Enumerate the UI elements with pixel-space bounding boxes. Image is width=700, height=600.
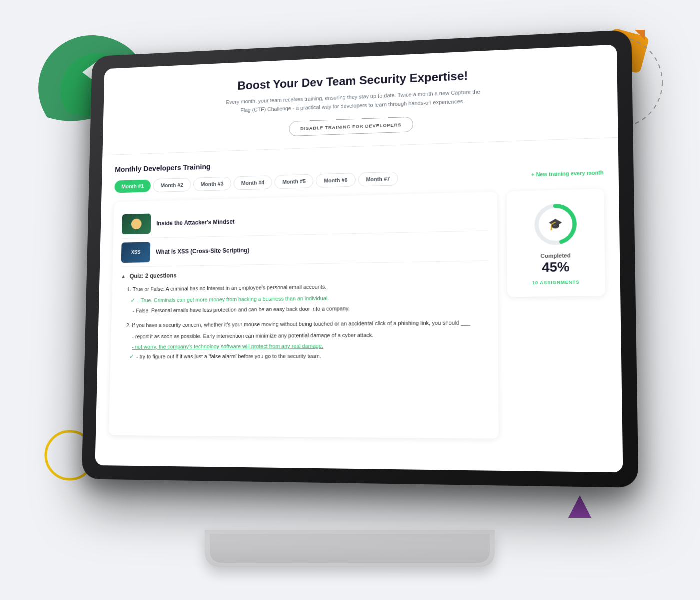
- content-area: Inside the Attacker's Mindset XSS What i…: [109, 189, 608, 440]
- completion-percent: 45%: [541, 260, 571, 275]
- tablet-stand: [205, 530, 495, 568]
- tab-month-2[interactable]: Month #2: [153, 178, 191, 192]
- screen-content[interactable]: Boost Your Dev Team Security Expertise! …: [95, 44, 623, 472]
- completion-chart: 🎓: [532, 201, 580, 248]
- lesson-1-thumbnail: [122, 214, 151, 235]
- answer-1b-text: - False. Personal emails have less prote…: [133, 304, 350, 315]
- answer-2a-text: - report it as soon as possible. Early i…: [132, 332, 374, 341]
- question-2: 2. If you have a security concern, wheth…: [126, 318, 489, 361]
- answer-2b-text: - not worry, the company's technology so…: [132, 342, 324, 351]
- completed-label: Completed: [541, 252, 571, 259]
- answer-1a-text: - True. Criminals can get more money fro…: [138, 294, 329, 305]
- assignments-count: 10 ASSIGNMENTS: [532, 280, 580, 286]
- question-2-text: 2. If you have a security concern, wheth…: [126, 318, 489, 330]
- tablet-body: Boost Your Dev Team Security Expertise! …: [82, 30, 639, 488]
- side-panel: 🎓 Completed 45% 10 ASSIGNMENTS: [507, 189, 608, 440]
- graduation-cap-icon: 🎓: [548, 218, 563, 232]
- tablet-screen: Boost Your Dev Team Security Expertise! …: [95, 44, 623, 472]
- tab-month-1[interactable]: Month #1: [114, 180, 151, 194]
- tablet-device: Boost Your Dev Team Security Expertise! …: [75, 40, 625, 540]
- new-training-label: + New training every month: [532, 170, 604, 178]
- completion-info: Completed 45%: [541, 252, 572, 275]
- disable-training-button[interactable]: DISABLE TRAINING FOR DEVELOPERS: [290, 117, 414, 137]
- check-icon-1a: ✓: [130, 298, 136, 304]
- tab-month-7[interactable]: Month #7: [358, 172, 398, 187]
- chevron-up-icon: ▲: [121, 274, 126, 280]
- question-1-text: 1. True or False: A criminal has no inte…: [127, 280, 488, 294]
- questions-area: 1. True or False: A criminal has no inte…: [119, 278, 489, 361]
- header-section: Boost Your Dev Team Security Expertise! …: [102, 44, 618, 156]
- tab-month-5[interactable]: Month #5: [274, 174, 314, 190]
- answer-2c-text: - try to figure out if it was just a 'fa…: [136, 352, 322, 362]
- answer-2a: - report it as soon as possible. Early i…: [126, 330, 489, 341]
- main-panel: Inside the Attacker's Mindset XSS What i…: [109, 192, 499, 439]
- training-section: Monthly Developers Training Month #1 Mon…: [96, 138, 622, 452]
- quiz-label: Quiz: 2 questions: [130, 272, 177, 280]
- page-title: Boost Your Dev Team Security Expertise!: [150, 64, 565, 96]
- question-1: 1. True or False: A criminal has no inte…: [126, 280, 488, 315]
- answer-2b: - not worry, the company's technology so…: [126, 341, 489, 351]
- lesson-1-title: Inside the Attacker's Mindset: [156, 218, 235, 227]
- answer-2c: ✓ - try to figure out if it was just a '…: [126, 352, 489, 361]
- tab-month-6[interactable]: Month #6: [316, 173, 356, 188]
- tab-month-3[interactable]: Month #3: [193, 177, 232, 192]
- answer-1b: - False. Personal emails have less prote…: [126, 303, 488, 315]
- lesson-2-title: What is XSS (Cross-Site Scripting): [156, 247, 250, 256]
- completion-card: 🎓 Completed 45% 10 ASSIGNMENTS: [507, 189, 606, 297]
- lesson-2-thumbnail: XSS: [122, 242, 151, 264]
- check-icon-2c: ✓: [130, 354, 134, 360]
- tab-month-4[interactable]: Month #4: [234, 176, 272, 190]
